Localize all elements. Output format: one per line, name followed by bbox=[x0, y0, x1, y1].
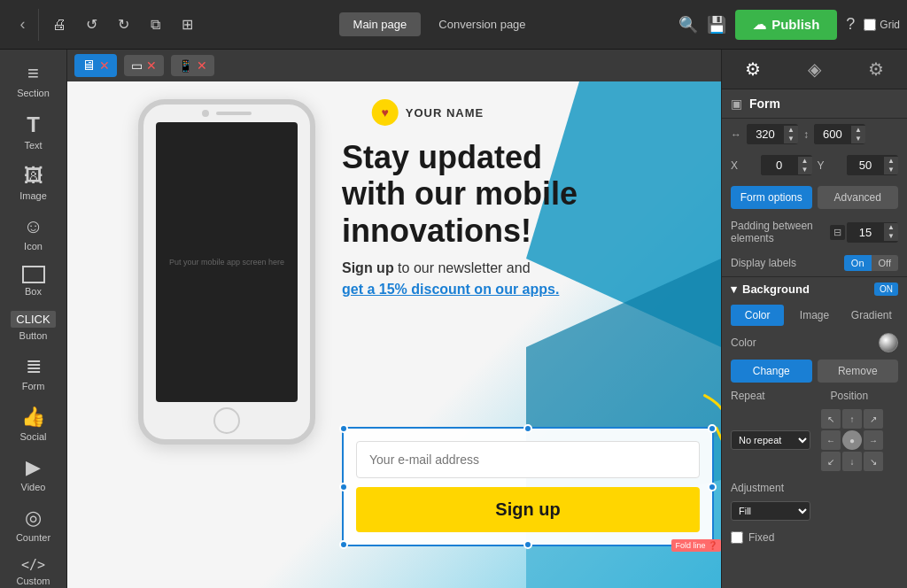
handle-tr bbox=[708, 424, 717, 433]
disk-icon[interactable]: 💾 bbox=[707, 15, 726, 35]
y-up[interactable]: ▲ bbox=[884, 157, 898, 166]
mobile-device-btn[interactable]: 📱 ✕ bbox=[171, 55, 214, 76]
display-labels-toggle[interactable]: On Off bbox=[844, 255, 898, 271]
toggle-off-btn[interactable]: Off bbox=[872, 255, 898, 271]
bg-tab-gradient[interactable]: Gradient bbox=[845, 305, 898, 326]
email-input[interactable] bbox=[356, 441, 700, 478]
grid-toggle[interactable]: Grid bbox=[864, 19, 900, 31]
handle-ml bbox=[339, 483, 348, 491]
height-input[interactable] bbox=[814, 124, 851, 144]
padding-input-area: ⊟ ▲ ▼ bbox=[830, 222, 898, 243]
sidebar-item-video[interactable]: ▶ Video bbox=[4, 449, 63, 498]
copy-button[interactable]: ⊞ bbox=[174, 12, 200, 38]
pos-tm[interactable]: ↑ bbox=[842, 409, 862, 429]
sidebar-item-image[interactable]: 🖼 Image bbox=[4, 158, 63, 206]
sidebar-item-section[interactable]: ≡ Section bbox=[4, 55, 63, 104]
tab-main-page[interactable]: Main page bbox=[339, 12, 422, 36]
mobile-delete[interactable]: ✕ bbox=[197, 58, 207, 73]
fixed-checkbox[interactable] bbox=[731, 531, 743, 544]
pos-ml[interactable]: ← bbox=[821, 430, 841, 450]
pos-tr[interactable]: ↗ bbox=[864, 409, 883, 429]
color-picker[interactable] bbox=[879, 333, 898, 352]
width-down[interactable]: ▼ bbox=[784, 135, 798, 143]
padding-spinners: ▲ ▼ bbox=[884, 223, 898, 241]
rs-tab-layers[interactable]: ◈ bbox=[801, 55, 828, 83]
x-down[interactable]: ▼ bbox=[798, 166, 812, 174]
x-input[interactable] bbox=[761, 155, 798, 175]
publish-label: Publish bbox=[771, 17, 819, 32]
y-input-group[interactable]: ▲ ▼ bbox=[847, 155, 898, 175]
duplicate-button[interactable]: ⧉ bbox=[142, 12, 168, 38]
pos-mr[interactable]: → bbox=[864, 430, 883, 450]
toggle-on-btn[interactable]: On bbox=[844, 255, 872, 271]
preview-header: ♥ YOUR NAME bbox=[372, 99, 484, 126]
width-input[interactable] bbox=[747, 124, 784, 144]
rs-display-labels-row: Display labels On Off bbox=[722, 250, 907, 276]
pos-center[interactable]: ● bbox=[842, 430, 862, 450]
bg-tab-color[interactable]: Color bbox=[731, 305, 784, 326]
social-icon: 👍 bbox=[21, 406, 45, 429]
form-label: Form bbox=[22, 381, 45, 391]
padding-input-group[interactable]: ▲ ▼ bbox=[847, 222, 898, 243]
form-options-button[interactable]: Form options bbox=[731, 186, 812, 209]
height-up[interactable]: ▲ bbox=[851, 126, 865, 135]
grid-checkbox[interactable] bbox=[864, 19, 876, 31]
pos-bl[interactable]: ↙ bbox=[821, 452, 841, 471]
sidebar-item-box[interactable]: Box bbox=[4, 259, 63, 302]
sidebar-item-custom[interactable]: </> Custom bbox=[4, 550, 63, 588]
height-spinners: ▲ ▼ bbox=[851, 126, 865, 143]
signup-button[interactable]: Sign up bbox=[356, 487, 700, 532]
image-icon: 🖼 bbox=[24, 165, 43, 188]
adjustment-select[interactable]: Fill bbox=[731, 501, 810, 521]
padding-down[interactable]: ▼ bbox=[884, 232, 898, 241]
rs-tab-sliders[interactable]: ⚙ bbox=[738, 55, 768, 83]
rs-repeat-select-position-row: No repeat ↖ ↑ ↗ ← ● → ↙ ↓ ↘ bbox=[722, 406, 907, 475]
repeat-select[interactable]: No repeat bbox=[731, 430, 810, 450]
padding-input[interactable] bbox=[847, 222, 884, 243]
width-input-group[interactable]: ▲ ▼ bbox=[747, 124, 798, 144]
desktop-delete[interactable]: ✕ bbox=[99, 58, 110, 73]
background-toggle-btn[interactable]: ON bbox=[874, 282, 898, 296]
handle-tl bbox=[339, 424, 348, 433]
pos-bm[interactable]: ↓ bbox=[842, 452, 862, 471]
signup-label: Sign up bbox=[495, 499, 560, 519]
x-input-group[interactable]: ▲ ▼ bbox=[761, 155, 812, 175]
page-preview[interactable]: ♥ YOUR NAME Put your mobile app screen h… bbox=[67, 81, 721, 588]
sidebar-item-button[interactable]: CLICK Button bbox=[4, 304, 63, 346]
y-down[interactable]: ▼ bbox=[884, 166, 898, 174]
tab-conversion-page[interactable]: Conversion page bbox=[424, 12, 539, 36]
tablet-device-btn[interactable]: ▭ ✕ bbox=[124, 55, 164, 76]
redo-button[interactable]: ↻ bbox=[110, 12, 136, 38]
width-up[interactable]: ▲ bbox=[784, 126, 798, 135]
pos-br[interactable]: ↘ bbox=[864, 452, 883, 471]
rs-tab-gear[interactable]: ⚙ bbox=[861, 55, 891, 83]
sidebar-item-text[interactable]: T Text bbox=[4, 105, 63, 156]
sidebar-item-form[interactable]: ≣ Form bbox=[4, 348, 63, 397]
bg-tab-image[interactable]: Image bbox=[787, 305, 841, 326]
advanced-button[interactable]: Advanced bbox=[818, 186, 899, 209]
change-bg-button[interactable]: Change bbox=[731, 360, 812, 383]
remove-bg-button[interactable]: Remove bbox=[818, 360, 899, 383]
padding-up[interactable]: ▲ bbox=[884, 223, 898, 232]
desktop-device-btn[interactable]: 🖥 ✕ bbox=[74, 54, 117, 77]
top-bar: ‹ 🖨 ↺ ↻ ⧉ ⊞ Main page Conversion page 🔍 … bbox=[0, 0, 907, 50]
sidebar-item-counter[interactable]: ◎ Counter bbox=[4, 499, 63, 548]
y-input[interactable] bbox=[847, 155, 884, 175]
help-icon[interactable]: ? bbox=[846, 15, 855, 34]
pos-tl[interactable]: ↖ bbox=[821, 409, 841, 429]
x-up[interactable]: ▲ bbox=[798, 157, 812, 166]
back-button[interactable]: ‹ bbox=[7, 9, 39, 41]
canvas-content[interactable]: ♥ YOUR NAME Put your mobile app screen h… bbox=[67, 81, 721, 588]
save-button[interactable]: 🖨 bbox=[46, 12, 73, 38]
form-area[interactable]: Sign up Fold line ❓ bbox=[342, 427, 714, 546]
height-input-group[interactable]: ▲ ▼ bbox=[814, 124, 865, 144]
height-down[interactable]: ▼ bbox=[851, 135, 865, 143]
publish-button[interactable]: ☁ Publish bbox=[735, 10, 837, 40]
tablet-delete[interactable]: ✕ bbox=[146, 58, 157, 73]
sidebar-item-icon[interactable]: ☺ Icon bbox=[4, 208, 63, 257]
rs-adjustment-select-row: Fill bbox=[722, 498, 907, 524]
undo-button[interactable]: ↺ bbox=[78, 12, 105, 38]
sidebar-item-social[interactable]: 👍 Social bbox=[4, 398, 63, 447]
sub-text-normal: to our newsletter and bbox=[394, 260, 531, 275]
search-icon[interactable]: 🔍 bbox=[678, 15, 698, 35]
